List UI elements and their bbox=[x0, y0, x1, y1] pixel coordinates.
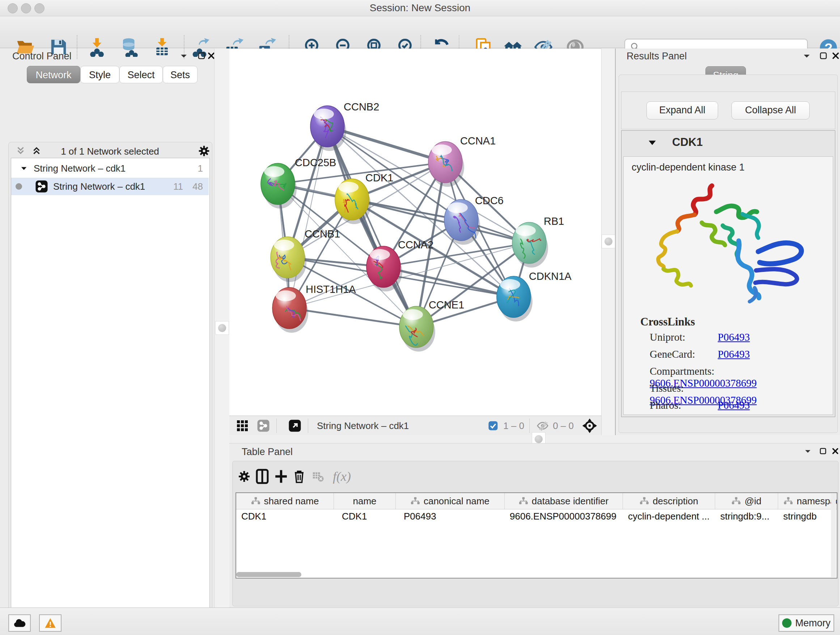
panel-menu-icon[interactable] bbox=[180, 52, 188, 59]
tree-expander-icon[interactable] bbox=[20, 165, 28, 172]
crosslink-value-link[interactable]: P06493 bbox=[718, 399, 750, 411]
edge-CCNB2-CCNE1[interactable] bbox=[327, 126, 416, 327]
vertical-splitter-right[interactable] bbox=[601, 49, 616, 435]
panel-float-icon[interactable] bbox=[819, 51, 828, 60]
column-header-sharedname[interactable]: shared name bbox=[236, 493, 334, 509]
vertical-splitter-left[interactable] bbox=[214, 49, 230, 608]
tab-select[interactable]: Select bbox=[119, 66, 163, 83]
table-row[interactable]: CDK1CDK1P064939606.ENSP00000378699cyclin… bbox=[236, 509, 837, 524]
network-label: String Network – cdk1 bbox=[53, 181, 145, 192]
node-CCNA2[interactable] bbox=[366, 246, 402, 291]
splitter-handle[interactable] bbox=[215, 321, 229, 335]
show-columns-icon[interactable] bbox=[254, 468, 270, 485]
crosslink-value-link[interactable]: P06493 bbox=[718, 348, 750, 360]
node-CDC25B[interactable] bbox=[261, 163, 297, 209]
node-table[interactable]: shared namenamecanonical namedatabase id… bbox=[235, 492, 837, 578]
crosslink-row: GeneCard:P06493 bbox=[650, 348, 823, 360]
expand-collapse-box: Expand All Collapse All bbox=[621, 92, 835, 129]
table-panel: Table Panel f(x) shared namenamecanonica… bbox=[229, 443, 840, 607]
application-window: Session: New Session bbox=[0, 0, 840, 635]
network-list: String Network – cdk1 1 String Network –… bbox=[11, 158, 210, 635]
node-CDK1[interactable] bbox=[335, 179, 371, 224]
cell-name[interactable]: CDK1 bbox=[334, 509, 396, 524]
edge-HIST1H1A-CCNE1[interactable] bbox=[289, 308, 416, 327]
results-panel: Results Panel String Expand All Collapse… bbox=[615, 49, 840, 435]
column-header-namespace[interactable]: namespace bbox=[778, 493, 837, 509]
tab-network[interactable]: Network bbox=[27, 66, 80, 83]
status-bar: Memory bbox=[0, 608, 840, 635]
results-panel-title: Results Panel bbox=[627, 51, 687, 62]
node-CDKN1A[interactable] bbox=[497, 276, 532, 321]
add-column-icon[interactable] bbox=[273, 468, 289, 485]
splitter-handle[interactable] bbox=[602, 234, 615, 249]
current-network-dot-icon bbox=[16, 183, 22, 190]
panel-close-icon[interactable] bbox=[831, 447, 839, 455]
crosslink-row: Pharos:P06493 bbox=[650, 399, 823, 411]
panel-menu-icon[interactable] bbox=[804, 448, 812, 454]
edge-CCNA2-CDKN1A[interactable] bbox=[384, 267, 514, 297]
panel-menu-icon[interactable] bbox=[802, 52, 811, 59]
gear-icon[interactable] bbox=[197, 144, 210, 157]
horizontal-scrollbar[interactable] bbox=[236, 572, 302, 577]
node-CCNB2[interactable] bbox=[310, 106, 346, 151]
node-CCNA1[interactable] bbox=[428, 141, 464, 187]
node-HIST1H1A[interactable] bbox=[272, 287, 308, 333]
gear-icon[interactable] bbox=[236, 468, 252, 485]
node-label-CDC6: CDC6 bbox=[475, 195, 504, 206]
grid-view-icon[interactable] bbox=[234, 418, 250, 434]
selected-counts: 1 – 0 bbox=[503, 420, 524, 432]
column-header-id[interactable]: @id bbox=[715, 493, 778, 509]
table-header-row: shared namenamecanonical namedatabase id… bbox=[236, 493, 837, 509]
function-builder-icon: f(x) bbox=[327, 468, 356, 485]
node-CCNE1[interactable] bbox=[399, 306, 435, 352]
column-header-name[interactable]: name bbox=[334, 493, 396, 509]
cell-namespace[interactable]: stringdb bbox=[778, 509, 837, 524]
network-row-selected[interactable]: String Network – cdk1 11 48 bbox=[11, 178, 209, 195]
expand-all-button[interactable]: Expand All bbox=[646, 101, 718, 119]
panel-close-icon[interactable] bbox=[831, 51, 840, 60]
toolbar-separator bbox=[308, 418, 308, 433]
collapse-all-button[interactable]: Collapse All bbox=[731, 101, 810, 119]
protein-structure-image bbox=[647, 179, 810, 317]
selected-checkbox-icon[interactable] bbox=[485, 418, 501, 434]
memory-button[interactable]: Memory bbox=[778, 614, 834, 632]
panel-float-icon[interactable] bbox=[197, 51, 206, 60]
title-bar: Session: New Session bbox=[0, 0, 840, 16]
node-label-HIST1H1A: HIST1H1A bbox=[306, 283, 356, 295]
birds-eye-view-icon[interactable] bbox=[582, 418, 598, 434]
network-node-count: 11 bbox=[173, 181, 183, 192]
warning-button[interactable] bbox=[39, 614, 62, 632]
toolbar-separator bbox=[276, 418, 277, 433]
tab-style[interactable]: Style bbox=[80, 66, 119, 83]
cloud-button[interactable] bbox=[8, 614, 31, 632]
memory-status-icon bbox=[782, 618, 791, 628]
cell-canonicalname[interactable]: P06493 bbox=[396, 509, 505, 524]
edge-RB1-HIST1H1A[interactable] bbox=[289, 243, 529, 308]
column-header-canonicalname[interactable]: canonical name bbox=[396, 493, 505, 509]
network-graph[interactable]: CCNB2CCNA1CDC25BCDK1CDC6RB1CCNB1CCNA2CDK… bbox=[229, 49, 601, 416]
node-RB1[interactable] bbox=[512, 222, 548, 268]
node-label-RB1: RB1 bbox=[544, 215, 564, 227]
vertical-scrollbar[interactable] bbox=[831, 494, 836, 577]
cell-sharedname[interactable]: CDK1 bbox=[236, 509, 334, 524]
hidden-eye-icon[interactable] bbox=[535, 418, 551, 434]
network-badge-icon[interactable] bbox=[256, 418, 271, 434]
horizontal-splitter[interactable] bbox=[229, 435, 840, 443]
crosslink-value-link[interactable]: P06493 bbox=[718, 331, 750, 343]
network-collection-row[interactable]: String Network – cdk1 1 bbox=[11, 160, 209, 177]
node-label-CDK1: CDK1 bbox=[365, 172, 393, 184]
delete-column-icon[interactable] bbox=[291, 468, 307, 485]
column-header-databaseidentifier[interactable]: database identifier bbox=[505, 493, 623, 509]
network-canvas[interactable]: CCNB2CCNA1CDC25BCDK1CDC6RB1CCNB1CCNA2CDK… bbox=[229, 49, 601, 416]
section-expander-icon[interactable] bbox=[647, 139, 657, 147]
open-in-window-icon[interactable] bbox=[287, 418, 303, 434]
node-label-CDC25B: CDC25B bbox=[295, 157, 336, 168]
cell-id[interactable]: stringdb:9... bbox=[715, 509, 778, 524]
column-header-description[interactable]: description bbox=[623, 493, 715, 509]
tab-sets[interactable]: Sets bbox=[163, 66, 197, 83]
control-panel-title: Control Panel bbox=[12, 51, 72, 62]
panel-float-icon[interactable] bbox=[819, 447, 827, 455]
cell-description[interactable]: cyclin-dependent ... bbox=[623, 509, 715, 524]
gene-section: CDK1 cyclin-dependent kinase 1 bbox=[621, 130, 835, 417]
cell-databaseidentifier[interactable]: 9606.ENSP00000378699 bbox=[505, 509, 623, 524]
